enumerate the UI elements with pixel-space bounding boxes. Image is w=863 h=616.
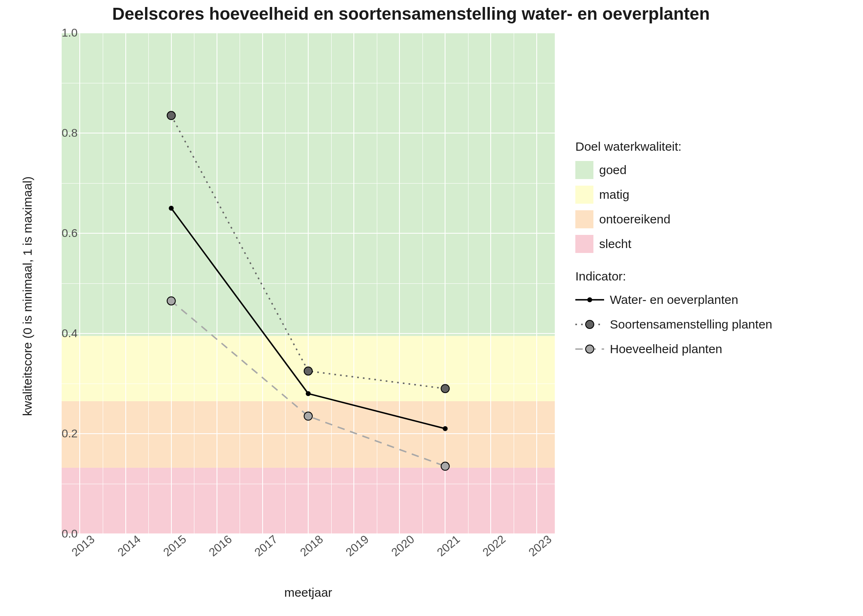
x-axis-label: meetjaar (62, 586, 555, 600)
legend-series-icon (575, 315, 604, 333)
legend-bands-title: Doel waterkwaliteit: (575, 140, 772, 154)
legend-swatch (575, 161, 593, 179)
legend-series-label: Soortensamenstelling planten (610, 317, 772, 331)
series-point (443, 426, 448, 431)
plot-area: 0.00.20.40.60.81.0 201320142015201620172… (62, 33, 555, 534)
legend-swatch (575, 186, 593, 204)
legend-swatch (575, 210, 593, 228)
series-point (441, 384, 449, 393)
legend-band-label: ontoereikend (599, 212, 670, 226)
legend-series-icon (575, 340, 604, 358)
legend-band-item: matig (575, 186, 772, 204)
series-point (441, 462, 449, 470)
legend-series-item: Water- en oeverplanten (575, 291, 772, 309)
series-point (306, 391, 311, 396)
legend-series-item: Hoeveelheid planten (575, 340, 772, 358)
legend-band-label: slecht (599, 237, 631, 251)
legend-series-label: Hoeveelheid planten (610, 342, 722, 356)
series-line (171, 115, 445, 388)
series-point (304, 412, 312, 420)
y-axis-label: kwaliteitscore (0 is minimaal, 1 is maxi… (21, 177, 35, 416)
legend-series-icon (575, 291, 604, 309)
series-point (167, 297, 175, 305)
chart-title: Deelscores hoeveelheid en soortensamenst… (58, 4, 764, 24)
legend-band-item: slecht (575, 235, 772, 253)
legend-band-item: ontoereikend (575, 210, 772, 228)
svg-point-1 (587, 297, 592, 302)
legend-series-label: Water- en oeverplanten (610, 293, 738, 307)
series-point (167, 111, 175, 120)
legend-band-label: goed (599, 163, 627, 177)
figure: Deelscores hoeveelheid en soortensamenst… (0, 0, 863, 616)
legend-series-title: Indicator: (575, 269, 772, 283)
legend-swatch (575, 235, 593, 253)
legend-band-label: matig (599, 188, 629, 202)
series-point (169, 206, 174, 211)
legend-series-item: Soortensamenstelling planten (575, 315, 772, 333)
svg-point-5 (586, 345, 594, 353)
svg-point-3 (586, 320, 594, 329)
chart-lines (62, 33, 555, 534)
legend-band-item: goed (575, 161, 772, 179)
legend: Doel waterkwaliteit: goedmatigontoereike… (575, 123, 772, 365)
series-point (304, 367, 312, 375)
